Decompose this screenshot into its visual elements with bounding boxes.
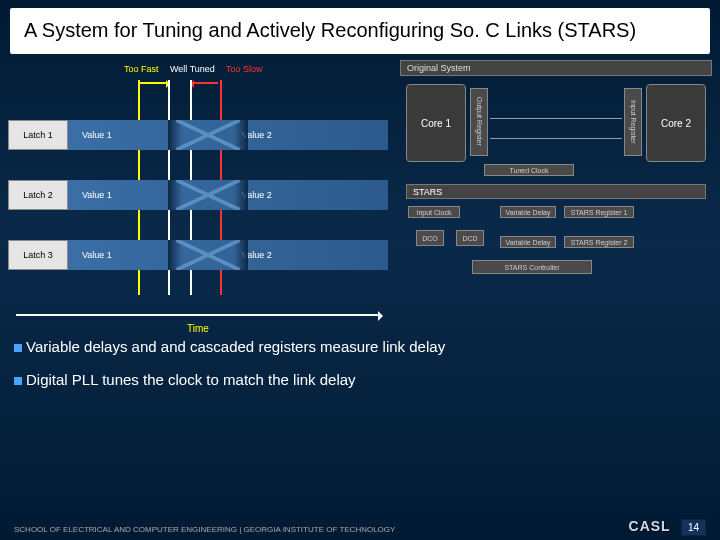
stars-register-1: STARS Register 1 (564, 206, 634, 218)
slide-title-box: A System for Tuning and Actively Reconfi… (10, 8, 710, 54)
input-clock: Input Clock (408, 206, 460, 218)
bullet-icon (14, 344, 22, 352)
arrow-too-slow (194, 82, 218, 84)
diagram-title: Original System (400, 60, 712, 76)
stars-controller: STARS Controller (472, 260, 592, 274)
footer: SCHOOL OF ELECTRICAL AND COMPUTER ENGINE… (14, 518, 706, 534)
output-register: Output Register (470, 88, 488, 156)
label-well-tuned: Well Tuned (170, 64, 224, 74)
footer-school: SCHOOL OF ELECTRICAL AND COMPUTER ENGINE… (14, 525, 395, 534)
waveform: Value 1 Value 2 (68, 180, 388, 210)
latch-row: Latch 2 Value 1 Value 2 (8, 180, 388, 210)
latch-label: Latch 3 (8, 240, 68, 270)
stars-section-label: STARS (406, 184, 706, 199)
latch-label: Latch 1 (8, 120, 68, 150)
input-register: Input Register (624, 88, 642, 156)
timing-diagram: Too Fast Well Tuned Too Slow Latch 1 Val… (8, 60, 388, 330)
dco-block: DCO (416, 230, 444, 246)
value-1: Value 1 (82, 250, 112, 260)
stars-register-2: STARS Register 2 (564, 236, 634, 248)
link-wire (490, 138, 622, 139)
content-area: Too Fast Well Tuned Too Slow Latch 1 Val… (0, 54, 720, 330)
bullet-1: Variable delays and and cascaded registe… (14, 338, 706, 355)
core-2: Core 2 (646, 84, 706, 162)
arrow-too-fast (140, 82, 166, 84)
label-too-fast: Too Fast (124, 64, 168, 74)
core-1: Core 1 (406, 84, 466, 162)
lab-logo: CASL (629, 518, 671, 534)
variable-delay-1: Variable Delay (500, 206, 556, 218)
value-1: Value 1 (82, 190, 112, 200)
link-wire (490, 118, 622, 119)
slide-title: A System for Tuning and Actively Reconfi… (24, 18, 696, 42)
bullet-list: Variable delays and and cascaded registe… (0, 338, 720, 388)
latch-label: Latch 2 (8, 180, 68, 210)
waveform: Value 1 Value 2 (68, 240, 388, 270)
latch-row: Latch 3 Value 1 Value 2 (8, 240, 388, 270)
latch-row: Latch 1 Value 1 Value 2 (8, 120, 388, 150)
dcd-block: DCD (456, 230, 484, 246)
label-too-slow: Too Slow (226, 64, 276, 74)
tuned-clock: Tuned Clock (484, 164, 574, 176)
time-axis-label: Time (8, 323, 388, 334)
time-axis (16, 314, 380, 316)
bullet-icon (14, 377, 22, 385)
bullet-2: Digital PLL tunes the clock to match the… (14, 371, 706, 388)
page-number: 14 (681, 519, 706, 536)
block-diagram: Original System Core 1 Core 2 Output Reg… (400, 60, 712, 320)
waveform: Value 1 Value 2 (68, 120, 388, 150)
timing-labels: Too Fast Well Tuned Too Slow (8, 64, 388, 74)
value-1: Value 1 (82, 130, 112, 140)
variable-delay-2: Variable Delay (500, 236, 556, 248)
